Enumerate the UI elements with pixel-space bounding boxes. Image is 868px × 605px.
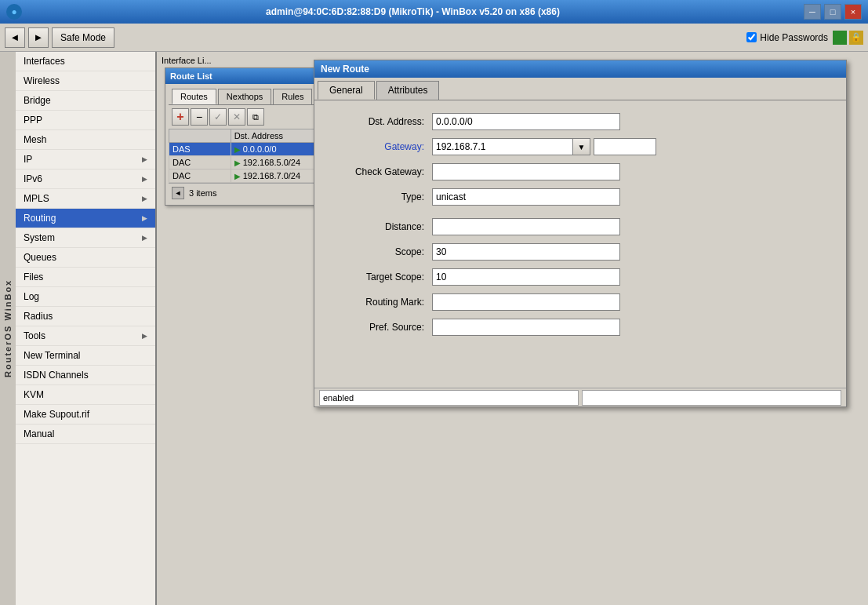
tab-rules[interactable]: Rules — [273, 89, 312, 104]
status-green-square — [833, 31, 847, 45]
col-flags — [169, 129, 231, 143]
tab-nexthops[interactable]: Nexthops — [218, 89, 271, 104]
remove-route-button[interactable]: − — [191, 108, 208, 126]
check-gateway-input[interactable] — [432, 163, 620, 180]
sidebar-item-system[interactable]: System▶ — [16, 228, 155, 248]
sidebar: RouterOS WinBox InterfacesWirelessBridge… — [0, 52, 157, 605]
gateway-label: Gateway: — [330, 141, 432, 152]
title-bar: ● admin@94:0C:6D:82:88:D9 (MikroTik) - W… — [0, 0, 868, 24]
add-route-button[interactable]: + — [172, 108, 189, 126]
sidebar-item-ppp[interactable]: PPP — [16, 111, 155, 130]
back-button[interactable]: ◄ — [5, 27, 25, 48]
lock-icon-area: 🔒 — [833, 31, 863, 45]
new-route-title-bar: New Route — [314, 60, 846, 78]
target-scope-input[interactable] — [432, 268, 620, 286]
sidebar-item-wireless[interactable]: Wireless — [16, 71, 155, 91]
sidebar-item-tools[interactable]: Tools▶ — [16, 326, 155, 346]
target-scope-row: Target Scope: — [330, 268, 830, 286]
minimize-button[interactable]: ─ — [804, 4, 821, 20]
tab-attributes[interactable]: Attributes — [376, 81, 440, 100]
pref-source-label: Pref. Source: — [330, 322, 432, 333]
dialog-status-bar — [314, 388, 846, 406]
dialog-status-input[interactable] — [319, 390, 579, 406]
distance-label: Distance: — [330, 221, 432, 232]
dst-address-value: 0.0.0.0/0 — [432, 113, 620, 130]
type-label: Type: — [330, 191, 432, 202]
tab-routes[interactable]: Routes — [172, 89, 216, 104]
scope-input[interactable] — [432, 243, 620, 261]
pref-source-input[interactable] — [432, 319, 620, 336]
distance-row: Distance: — [330, 218, 830, 235]
sidebar-item-radius[interactable]: Radius — [16, 307, 155, 326]
sidebar-item-mpls[interactable]: MPLS▶ — [16, 189, 155, 209]
edit-route-button[interactable]: ✕ — [228, 108, 245, 126]
forward-button[interactable]: ► — [28, 27, 49, 48]
toolbar-right: Hide Passwords 🔒 — [746, 31, 863, 45]
sidebar-item-routing[interactable]: Routing▶ — [16, 209, 155, 228]
routing-mark-label: Routing Mark: — [330, 297, 432, 308]
dst-address-label: Dst. Address: — [330, 116, 432, 127]
sidebar-items: InterfacesWirelessBridgePPPMeshIP▶IPv6▶M… — [16, 52, 155, 444]
routing-mark-row: Routing Mark: — [330, 293, 830, 311]
scope-label: Scope: — [330, 246, 432, 257]
new-route-tabs: General Attributes — [314, 78, 846, 100]
sidebar-item-isdn-channels[interactable]: ISDN Channels — [16, 366, 155, 385]
copy-route-button[interactable]: ⧉ — [247, 108, 264, 126]
sidebar-item-log[interactable]: Log — [16, 287, 155, 307]
sidebar-item-interfaces[interactable]: Interfaces — [16, 52, 155, 71]
sidebar-item-ipv6[interactable]: IPv6▶ — [16, 169, 155, 189]
window-title: admin@94:0C:6D:82:88:D9 (MikroTik) - Win… — [22, 6, 804, 17]
close-button[interactable]: × — [844, 4, 862, 20]
check-gateway-row: Check Gateway: — [330, 163, 830, 180]
check-gateway-label: Check Gateway: — [330, 166, 432, 177]
scope-row: Scope: — [330, 243, 830, 261]
type-input[interactable] — [432, 188, 620, 206]
interface-list-label: Interface Li... — [160, 54, 213, 67]
distance-input[interactable] — [432, 218, 620, 235]
sidebar-item-bridge[interactable]: Bridge — [16, 91, 155, 111]
routing-mark-input[interactable] — [432, 293, 620, 311]
gateway-dropdown-button[interactable]: ▼ — [573, 138, 590, 155]
new-route-dialog: New Route General Attributes Dst. Addres… — [314, 60, 847, 407]
scroll-left-button[interactable]: ◄ — [172, 187, 184, 199]
sidebar-item-ip[interactable]: IP▶ — [16, 150, 155, 169]
main-container: RouterOS WinBox InterfacesWirelessBridge… — [0, 52, 868, 605]
target-scope-label: Target Scope: — [330, 272, 432, 282]
gateway-row: Gateway: ▼ — [330, 138, 830, 155]
sidebar-item-make-supout-rif[interactable]: Make Supout.rif — [16, 405, 155, 425]
tab-general[interactable]: General — [318, 81, 375, 100]
check-route-button[interactable]: ✓ — [209, 108, 227, 126]
type-row: Type: — [330, 188, 830, 206]
app-icon: ● — [6, 4, 22, 20]
new-route-form: Dst. Address: 0.0.0.0/0 Gateway: ▼ Check… — [314, 100, 846, 388]
sidebar-item-queues[interactable]: Queues — [16, 248, 155, 268]
dst-address-row: Dst. Address: 0.0.0.0/0 — [330, 113, 830, 130]
restore-button[interactable]: □ — [824, 4, 841, 20]
gateway-input[interactable] — [432, 138, 573, 155]
pref-source-row: Pref. Source: — [330, 319, 830, 336]
sidebar-item-mesh[interactable]: Mesh — [16, 130, 155, 150]
gateway-extra-input[interactable] — [594, 138, 656, 155]
window-controls: ─ □ × — [804, 4, 862, 20]
item-count: 3 items — [189, 188, 216, 198]
main-toolbar: ◄ ► Safe Mode Hide Passwords 🔒 — [0, 24, 868, 52]
sidebar-item-new-terminal[interactable]: New Terminal — [16, 346, 155, 366]
lock-icon: 🔒 — [849, 31, 863, 45]
sidebar-item-kvm[interactable]: KVM — [16, 385, 155, 405]
sidebar-item-files[interactable]: Files — [16, 268, 155, 287]
content-area: Interface Li... Route List Routes Nextho… — [157, 52, 868, 605]
sidebar-item-manual[interactable]: Manual — [16, 425, 155, 444]
dialog-status-input-2[interactable] — [582, 390, 841, 406]
hide-passwords-label[interactable]: Hide Passwords — [746, 32, 828, 43]
hide-passwords-checkbox[interactable] — [746, 32, 757, 42]
safe-mode-button[interactable]: Safe Mode — [52, 27, 114, 48]
sidebar-rotated-label: RouterOS WinBox — [0, 52, 16, 605]
